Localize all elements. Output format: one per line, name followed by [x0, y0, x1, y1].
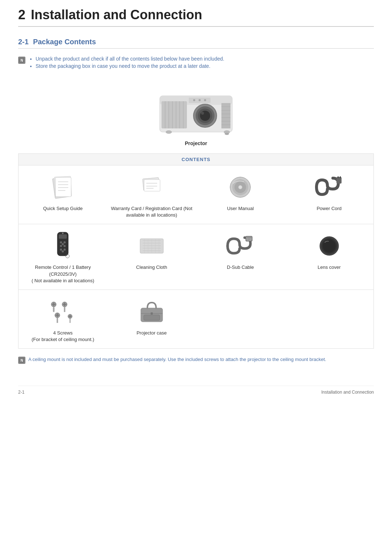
svg-point-28	[199, 99, 201, 101]
footer-note-icon: N	[18, 357, 25, 364]
item-empty-1	[196, 290, 285, 348]
svg-point-78	[250, 237, 251, 238]
svg-rect-105	[151, 312, 153, 315]
svg-point-54	[60, 245, 62, 247]
svg-point-53	[64, 241, 66, 243]
item-dsub-cable: D-Sub Cable	[196, 224, 285, 290]
power-cord-image	[289, 173, 370, 202]
item-screws: 4 Screws(For bracket of ceiling mount.)	[19, 290, 107, 348]
quick-setup-guide-image	[22, 173, 104, 202]
projector-image	[149, 81, 243, 139]
footer-note: N A ceiling mount is not included and mu…	[18, 356, 374, 364]
svg-rect-98	[57, 318, 58, 323]
svg-rect-49	[340, 176, 341, 178]
dsub-cable-image	[200, 231, 281, 260]
svg-rect-106	[144, 315, 160, 320]
screws-icon	[48, 299, 77, 324]
svg-point-52	[60, 241, 62, 243]
section-number: 2-1	[18, 38, 29, 46]
chapter-number: 2	[18, 7, 25, 22]
chapter-title: Installation and Connection	[31, 7, 202, 22]
lens-cover-image	[289, 231, 370, 260]
remote-control-image	[22, 231, 104, 260]
item-projector-case: Projector case	[107, 290, 196, 348]
svg-point-75	[247, 237, 248, 238]
svg-text:N: N	[20, 358, 23, 362]
footer-note-text: A ceiling mount is not included and must…	[28, 356, 326, 363]
svg-point-45	[238, 185, 242, 189]
dsub-cable-icon	[226, 233, 255, 259]
page-footer-right: Installation and Connection	[321, 390, 374, 395]
user-manual-label: User Manual	[200, 205, 281, 212]
warranty-card-label: Warranty Card / Registration Card (Not a…	[111, 205, 193, 218]
lens-cover-label: Lens cover	[289, 264, 370, 271]
projector-section: Projector	[18, 81, 374, 146]
svg-rect-102	[70, 319, 71, 323]
svg-point-25	[225, 133, 229, 135]
remote-control-icon	[54, 231, 72, 260]
item-power-cord: Power Cord	[285, 165, 374, 224]
contents-row-1: Quick Setup Guide Warranty Card / Regist…	[19, 165, 373, 224]
warranty-card-icon	[139, 175, 164, 200]
note-icon: N	[18, 57, 25, 64]
empty-image-1	[200, 297, 281, 326]
notes-block: N Unpack the product and check if all of…	[18, 56, 374, 70]
lens-cover-icon	[318, 235, 340, 257]
notes-text: Unpack the product and check if all of t…	[28, 56, 224, 70]
svg-point-84	[323, 239, 336, 253]
svg-point-29	[204, 99, 206, 101]
cleaning-cloth-label: Cleaning Cloth	[111, 264, 193, 271]
quick-setup-guide-label: Quick Setup Guide	[22, 205, 104, 212]
svg-point-23	[166, 131, 172, 134]
svg-point-57	[60, 249, 62, 251]
contents-header: CONTENTS	[19, 154, 373, 165]
chapter-header: 2Installation and Connection	[18, 0, 374, 27]
empty-image-2	[289, 297, 370, 326]
section-title: Package Contents	[33, 38, 96, 46]
svg-point-76	[248, 237, 249, 238]
svg-rect-38	[144, 180, 160, 191]
item-empty-2	[285, 290, 374, 348]
svg-point-27	[193, 99, 195, 101]
svg-point-56	[62, 243, 64, 245]
item-user-manual: User Manual	[196, 165, 285, 224]
note-item-2: Store the packaging box in case you need…	[36, 63, 224, 69]
svg-point-58	[64, 249, 66, 251]
svg-point-60	[62, 233, 64, 234]
svg-point-59	[62, 250, 64, 253]
item-quick-setup-guide: Quick Setup Guide	[19, 165, 107, 224]
screws-image	[22, 297, 104, 326]
page-footer: 2-1 Installation and Connection	[18, 386, 374, 395]
contents-row-3: 4 Screws(For bracket of ceiling mount.)	[19, 290, 373, 348]
quick-setup-guide-icon	[50, 175, 75, 200]
svg-point-77	[249, 237, 250, 238]
user-manual-icon	[228, 175, 253, 200]
projector-label: Projector	[18, 140, 374, 146]
screws-label: 4 Screws(For bracket of ceiling mount.)	[22, 330, 104, 343]
svg-point-15	[201, 112, 204, 115]
svg-point-79	[248, 239, 248, 239]
svg-point-81	[250, 239, 250, 239]
power-cord-label: Power Cord	[289, 205, 370, 212]
svg-text:N: N	[20, 58, 23, 62]
svg-rect-88	[53, 307, 54, 312]
warranty-card-image	[111, 173, 193, 202]
contents-row-2: Remote Control / 1 Battery (CR2025/3V)( …	[19, 224, 373, 290]
item-lens-cover: Lens cover	[285, 224, 374, 290]
dsub-cable-label: D-Sub Cable	[200, 264, 281, 271]
svg-rect-51	[59, 234, 67, 239]
projector-case-label: Projector case	[111, 330, 193, 336]
section-header: 2-1Package Contents	[18, 38, 374, 49]
item-warranty-card: Warranty Card / Registration Card (Not a…	[107, 165, 196, 224]
svg-rect-47	[336, 177, 342, 184]
item-remote-control: Remote Control / 1 Battery (CR2025/3V)( …	[19, 224, 107, 290]
svg-point-80	[249, 239, 249, 239]
projector-case-image	[111, 297, 193, 326]
note-item-1: Unpack the product and check if all of t…	[36, 56, 224, 62]
page-footer-left: 2-1	[18, 390, 24, 395]
svg-rect-32	[56, 177, 71, 197]
cleaning-cloth-image	[111, 231, 193, 260]
power-cord-icon	[315, 176, 344, 198]
svg-rect-94	[64, 307, 65, 312]
user-manual-image	[200, 173, 281, 202]
